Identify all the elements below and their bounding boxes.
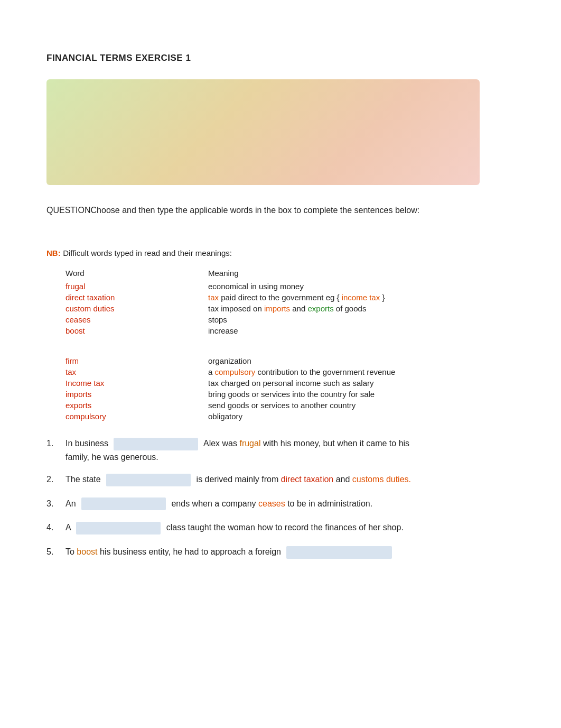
q1-text3: with his money, but when it came to his — [263, 439, 409, 448]
question-4-content: A class taught the woman how to record t… — [66, 521, 404, 535]
nb-intro: Difficult words typed in read and their … — [63, 248, 232, 257]
question-4: 4. A class taught the woman how to recor… — [46, 521, 515, 535]
question-text: QUESTIONChoose and then type the applica… — [46, 204, 515, 217]
q2-text3: and — [336, 475, 352, 484]
meaning-custom-text2: and — [292, 304, 307, 313]
meaning-direct-text2: } — [382, 293, 385, 302]
q2-text2: is derived mainly from — [197, 475, 281, 484]
vocab-meaning-direct-taxation: tax paid direct to the government eg { i… — [208, 293, 515, 302]
vocab-meaning-ceases: stops — [208, 315, 515, 324]
meaning-direct-text1: paid direct to the government eg { — [221, 293, 341, 302]
vocab-word-ceases: ceases — [66, 315, 208, 324]
nb-section: NB: Difficult words typed in read and th… — [46, 248, 515, 258]
q3-answer-box[interactable] — [81, 497, 166, 510]
question-1-line2: family, he was generous. — [66, 453, 515, 462]
meaning-tax-word: tax — [208, 293, 219, 302]
vocab-row-firm: firm organization — [66, 356, 515, 365]
vocab-word-income-tax: Income tax — [66, 379, 208, 388]
vocab-row-ceases: ceases stops — [66, 315, 515, 324]
vocab-word-direct-taxation: direct taxation — [66, 293, 208, 302]
question-3: 3. An ends when a company ceases to be i… — [46, 497, 515, 511]
vocab-spacer — [66, 337, 515, 347]
q3-text3: to be in administration. — [287, 499, 372, 508]
q4-answer-box[interactable] — [76, 522, 161, 535]
q2-direct-taxation: direct taxation — [281, 475, 334, 484]
vocab-word-boost: boost — [66, 326, 208, 335]
question-4-number: 4. — [46, 521, 66, 535]
vocab-meaning-compulsory: obligatory — [208, 412, 515, 421]
meaning-tax-text1: a — [208, 367, 215, 376]
vocabulary-table: Word Meaning frugal economical in using … — [66, 269, 515, 421]
vocab-row-imports: imports bring goods or services into the… — [66, 390, 515, 399]
question-1-content: In business Alex was frugal with his mon… — [66, 437, 409, 450]
vocab-row-custom-duties: custom duties tax imposed on imports and… — [66, 304, 515, 313]
meaning-income-tax: income tax — [342, 293, 380, 302]
q5-text2: his business entity, he had to approach … — [100, 547, 283, 556]
meaning-tax-text2: contribution to the government revenue — [257, 367, 395, 376]
vocab-meaning-boost: increase — [208, 326, 515, 335]
question-5: 5. To boost his business entity, he had … — [46, 545, 515, 559]
question-2-content: The state is derived mainly from direct … — [66, 473, 411, 486]
vocab-header: Word Meaning — [66, 269, 515, 278]
question-2: 2. The state is derived mainly from dire… — [46, 473, 515, 486]
vocab-meaning-frugal: economical in using money — [208, 282, 515, 291]
question-3-number: 3. — [46, 497, 66, 511]
question-3-content: An ends when a company ceases to be in a… — [66, 497, 372, 511]
q4-text1: A — [66, 523, 73, 532]
vocab-word-firm: firm — [66, 356, 208, 365]
questions-section: 1. In business Alex was frugal with his … — [46, 437, 515, 559]
q1-text1: In business — [66, 439, 110, 448]
q1-text2: Alex was — [203, 439, 237, 448]
vocab-meaning-imports: bring goods or services into the country… — [208, 390, 515, 399]
vocab-word-tax: tax — [66, 367, 208, 376]
question-1: 1. In business Alex was frugal with his … — [46, 437, 515, 450]
vocab-meaning-exports: send goods or services to another countr… — [208, 401, 515, 410]
vocab-word-compulsory: compulsory — [66, 412, 208, 421]
header-word: Word — [66, 269, 208, 278]
vocab-row-compulsory: compulsory obligatory — [66, 412, 515, 421]
q3-text1: An — [66, 499, 78, 508]
vocab-word-custom-duties: custom duties — [66, 304, 208, 313]
q5-boost: boost — [77, 547, 97, 556]
q4-text2: class taught the woman how to record the… — [166, 523, 404, 532]
q2-answer-box[interactable] — [106, 474, 191, 486]
vocab-row-boost: boost increase — [66, 326, 515, 335]
vocab-row-tax: tax a compulsory contribution to the gov… — [66, 367, 515, 376]
q1-frugal: frugal — [239, 439, 260, 448]
q1-answer-box[interactable] — [114, 438, 198, 450]
meaning-imports: imports — [264, 304, 290, 313]
question-5-number: 5. — [46, 545, 66, 559]
q5-answer-box[interactable] — [286, 546, 392, 559]
header-meaning: Meaning — [208, 269, 239, 278]
q5-text1: To — [66, 547, 77, 556]
q2-customs-duties: customs duties. — [352, 475, 411, 484]
vocab-row-income-tax: Income tax tax charged on personal incom… — [66, 379, 515, 388]
vocab-spacer2 — [66, 347, 515, 356]
vocab-word-frugal: frugal — [66, 282, 208, 291]
q3-text2: ends when a company — [171, 499, 258, 508]
page-title: FINANCIAL TERMS EXERCISE 1 — [46, 53, 515, 63]
q2-text1: The state — [66, 475, 103, 484]
vocab-word-exports: exports — [66, 401, 208, 410]
question-1-number: 1. — [46, 437, 66, 450]
vocab-meaning-income-tax: tax charged on personal income such as s… — [208, 379, 515, 388]
vocab-meaning-firm: organization — [208, 356, 515, 365]
vocab-meaning-custom-duties: tax imposed on imports and exports of go… — [208, 304, 515, 313]
vocab-row-frugal: frugal economical in using money — [66, 282, 515, 291]
meaning-custom-text1: tax imposed on — [208, 304, 264, 313]
page-container: FINANCIAL TERMS EXERCISE 1 QUESTIONChoos… — [0, 0, 561, 601]
meaning-custom-text3: of goods — [336, 304, 367, 313]
banner-image — [46, 79, 480, 185]
vocab-row-exports: exports send goods or services to anothe… — [66, 401, 515, 410]
q3-ceases: ceases — [258, 499, 285, 508]
meaning-exports: exports — [307, 304, 333, 313]
nb-label: NB: — [46, 248, 61, 257]
meaning-compulsory: compulsory — [215, 367, 256, 376]
vocab-row-direct-taxation: direct taxation tax paid direct to the g… — [66, 293, 515, 302]
question-2-number: 2. — [46, 473, 66, 486]
vocab-word-imports: imports — [66, 390, 208, 399]
question-5-content: To boost his business entity, he had to … — [66, 545, 395, 559]
vocab-meaning-tax: a compulsory contribution to the governm… — [208, 367, 515, 376]
